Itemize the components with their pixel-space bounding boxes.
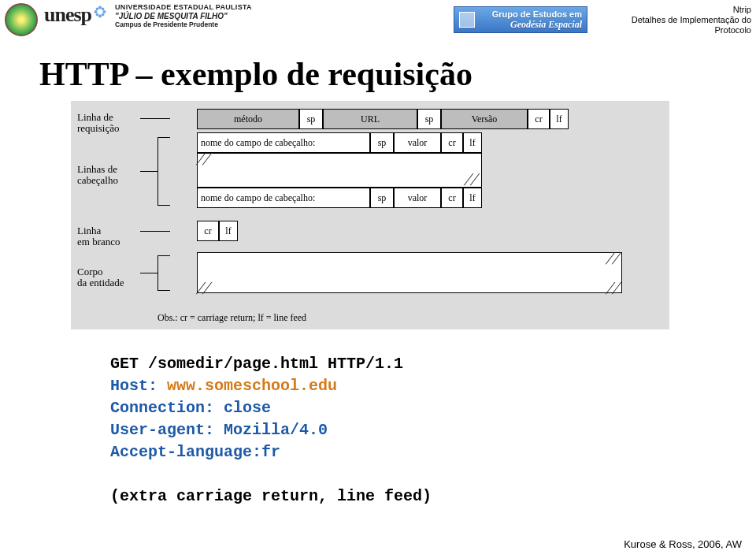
brace-connector xyxy=(158,205,170,206)
code-line-4: User-agent: Mozilla/4.0 xyxy=(110,419,756,441)
brace-connector xyxy=(158,255,170,256)
diagram-row-request-line: método sp URL sp Versão cr lf xyxy=(197,109,569,129)
meta-line-2: Detalhes de Implementação do Protocolo xyxy=(594,15,751,35)
brace-connector xyxy=(140,118,170,119)
univ-line-1: UNIVERSIDADE ESTADUAL PAULISTA xyxy=(115,3,252,12)
break-mark-icon: ╱╱ xyxy=(197,153,209,166)
university-name-block: UNIVERSIDADE ESTADUAL PAULISTA "JÚLIO DE… xyxy=(115,3,252,29)
cell-value: valor xyxy=(394,188,441,208)
brace-connector xyxy=(158,255,158,290)
diagram-note: Obs.: cr = carriage return; lf = line fe… xyxy=(158,312,306,324)
badge-square-icon xyxy=(459,12,475,28)
break-mark-icon: ╱╱ xyxy=(606,282,619,295)
entity-body-box xyxy=(197,252,622,293)
cell-value: valor xyxy=(394,132,441,153)
brace-connector xyxy=(158,290,170,291)
meta-line-1: Ntrip xyxy=(594,5,751,15)
svg-point-7 xyxy=(102,13,105,17)
diagram-row-blank-line: cr lf xyxy=(197,221,238,241)
cell-cr: cr xyxy=(441,188,463,208)
univ-line-2: "JÚLIO DE MESQUITA FILHO" xyxy=(115,12,252,20)
cell-version: Versão xyxy=(441,109,528,129)
label-blank-line: Linha em branco xyxy=(77,225,120,247)
code-line-1: GET /somedir/page.html HTTP/1.1 xyxy=(110,353,756,375)
cell-url: URL xyxy=(323,109,417,129)
cell-sp: sp xyxy=(370,132,394,153)
code-line-2: Host: www.someschool.edu xyxy=(110,375,756,397)
cell-cr: cr xyxy=(528,109,550,129)
institution-seal-icon xyxy=(5,3,38,36)
cell-method: método xyxy=(197,109,299,129)
code-line-3: Connection: close xyxy=(110,397,756,419)
svg-point-4 xyxy=(96,8,99,11)
diagram-row-header: nome do campo de cabeçalho: sp valor cr … xyxy=(197,132,482,153)
code-host-value: www.someschool.edu xyxy=(167,377,337,395)
slide-title: HTTP – exemplo de requisição xyxy=(39,55,756,93)
cell-lf: lf xyxy=(550,109,569,129)
svg-point-3 xyxy=(102,10,106,13)
diagram-row-header: nome do campo de cabeçalho: sp valor cr … xyxy=(197,188,482,208)
http-request-diagram: Linha de requisição Linhas de cabeçalho … xyxy=(71,101,669,329)
univ-line-3: Campus de Presidente Prudente xyxy=(115,20,252,29)
cell-cr: cr xyxy=(197,221,219,241)
code-line-7: (extra carriage return, line feed) xyxy=(110,485,756,508)
brace-connector xyxy=(140,231,170,232)
cell-lf: lf xyxy=(463,188,482,208)
grupo-line-2: Geodésia Espacial xyxy=(459,20,582,30)
break-mark-icon: ╱╱ xyxy=(197,282,209,295)
code-host-label: Host: xyxy=(110,377,167,395)
code-blank-line xyxy=(110,463,756,485)
svg-point-5 xyxy=(102,8,105,11)
brace-connector xyxy=(158,137,158,205)
label-entity-body: Corpo da entidade xyxy=(77,266,124,288)
svg-point-6 xyxy=(96,13,99,17)
slide-header: unesp UNIVERSIDADE ESTADUAL PAULISTA "JÚ… xyxy=(0,0,756,39)
unesp-wordmark: unesp xyxy=(44,3,91,27)
gap-region xyxy=(197,153,482,188)
cell-sp: sp xyxy=(417,109,441,129)
asterisk-icon xyxy=(93,5,107,19)
svg-point-1 xyxy=(98,14,102,17)
cell-sp: sp xyxy=(299,109,323,129)
cell-lf: lf xyxy=(463,132,482,153)
research-group-badge: Grupo de Estudos em Geodésia Espacial xyxy=(454,6,587,33)
unesp-logo-block: unesp xyxy=(44,3,107,27)
brace-connector xyxy=(158,137,170,138)
svg-point-0 xyxy=(98,6,102,9)
label-header-lines: Linhas de cabeçalho xyxy=(77,164,118,186)
slide-meta: Ntrip Detalhes de Implementação do Proto… xyxy=(594,5,751,35)
break-mark-icon: ╱╱ xyxy=(606,252,619,265)
label-request-line: Linha de requisição xyxy=(77,112,119,134)
cell-header-name: nome do campo de cabeçalho: xyxy=(197,188,370,208)
brace-connector xyxy=(140,273,158,273)
cell-header-name: nome do campo de cabeçalho: xyxy=(197,132,370,153)
svg-point-2 xyxy=(94,10,98,13)
code-line-5: Accept-language:fr xyxy=(110,441,756,463)
citation: Kurose & Ross, 2006, AW xyxy=(624,538,742,550)
cell-sp: sp xyxy=(370,188,394,208)
cell-cr: cr xyxy=(441,132,463,153)
http-request-code: GET /somedir/page.html HTTP/1.1 Host: ww… xyxy=(110,353,756,508)
cell-lf: lf xyxy=(219,221,238,241)
brace-connector xyxy=(140,171,158,172)
break-mark-icon: ╱╱ xyxy=(465,173,477,186)
